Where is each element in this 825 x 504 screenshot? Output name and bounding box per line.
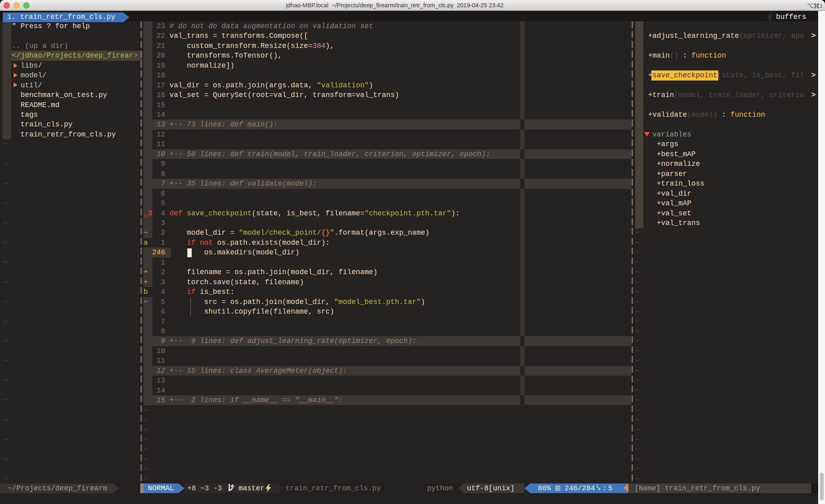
- svg-text:1: 1: [820, 3, 823, 9]
